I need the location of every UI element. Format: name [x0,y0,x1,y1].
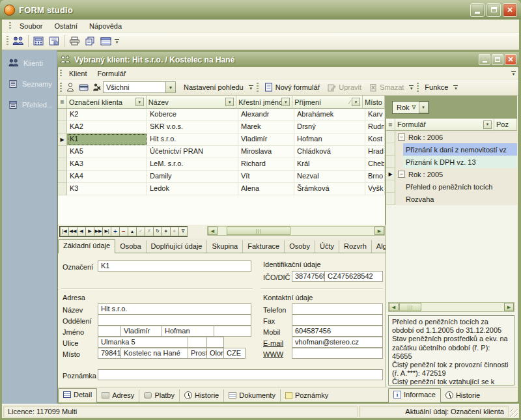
nav-refresh-button[interactable]: ↻ [153,227,162,236]
misto-stat-field[interactable]: CZE [223,348,246,359]
tab-platby[interactable]: Platby [139,389,180,402]
tab-zakladni-udaje[interactable]: Základní údaje [58,239,115,253]
sidebar-item-klienti[interactable]: Klienti [8,59,43,67]
client-menu-overflow-button[interactable]: ▾ [510,68,517,79]
nav-edit-button[interactable]: ▲ [128,227,137,236]
nav-filter-button[interactable]: ∇ [178,227,188,236]
table-row[interactable]: K2 Koberce Alexandr Abrahámek Karv [58,109,385,121]
tab-doplnujici-udaje[interactable]: Doplňující údaje [147,240,208,253]
client-card-button[interactable] [77,80,90,94]
tree-item-row[interactable]: Rozvaha [386,193,517,205]
group-by-rok-chip[interactable]: Rok ∇ ▾ [392,101,429,114]
mobil-field[interactable]: 604587456 [292,326,383,337]
fax-field[interactable] [292,315,383,326]
ico-field[interactable]: 38747565 [292,271,325,282]
jmeno-titul2-field[interactable] [214,326,251,337]
nav-last-button[interactable]: ▶| [102,227,111,236]
filter-dropdown-icon[interactable]: ▾ [483,120,492,129]
tab-osoba[interactable]: Osoba [115,240,146,253]
nav-post-button[interactable]: ✓ [136,227,145,236]
tree-item-row[interactable]: Přiznání k DPH vz. 13 [386,156,517,168]
scroll-left-icon[interactable]: ◀ [389,303,399,311]
scrollbar-thumb[interactable] [399,303,421,311]
clients-button[interactable] [10,34,26,48]
tree-item-row[interactable]: Přehled o peněžních tocích [386,180,517,193]
email-label[interactable]: E-mail [263,339,283,347]
tree-group-row-current[interactable]: ▶ − Rok : 2005 [386,168,517,180]
misto-psc-field[interactable]: 79841 [98,348,121,359]
nav-next-button[interactable]: ▶ [85,227,94,236]
child-maximize-button[interactable] [492,54,503,65]
form-toolbar-overflow-button[interactable]: ▾ [408,81,415,93]
toolbar-overflow-button[interactable]: ▾ [113,35,120,47]
ulice-co-field[interactable] [206,337,224,348]
current-row-marker-icon[interactable]: ▶ [58,133,67,146]
menu-soubor[interactable]: Soubor [14,21,48,31]
menu-napoveda[interactable]: Nápověda [84,21,127,31]
delete-button[interactable]: Smazat [365,81,408,94]
nav-goto-bookmark-button[interactable]: ∗ [170,227,179,236]
toolbar-grip[interactable] [7,36,8,46]
view-toolbar-overflow-button[interactable]: ▾ [247,81,255,93]
tab-adresy[interactable]: Adresy [97,389,139,402]
forms-button[interactable]: 7 [46,34,62,48]
maximize-button[interactable] [486,3,501,17]
tab-detail[interactable]: Detail [58,388,97,402]
copy-button[interactable] [82,34,98,48]
misto-kraj-field[interactable]: Olom [206,348,224,359]
ulice-field[interactable]: Ulmanka 5 [98,337,188,348]
forms-horizontal-scrollbar[interactable]: ◀ ▶ [388,302,514,312]
oznaceni-field[interactable]: K1 [98,260,251,272]
filter-dropdown-icon[interactable]: ▾ [281,98,290,106]
column-header-nazev[interactable]: Název ▾ [147,96,237,109]
ulice-cp-field[interactable] [188,337,207,348]
nav-delete-button[interactable]: − [119,227,128,236]
poznamka-field[interactable] [98,369,383,380]
funkce-overflow-button[interactable]: ▾ [452,81,459,93]
collapse-icon[interactable]: − [398,171,405,178]
misto-okres-field[interactable]: Prost [188,348,207,359]
calculator-button[interactable] [31,34,46,48]
filter-dropdown-icon[interactable]: ▾ [225,98,234,106]
telefon-field[interactable] [292,303,383,315]
collapse-icon[interactable]: − [398,133,405,141]
filter-dropdown-icon[interactable]: ▾ [352,98,360,106]
email-field[interactable]: vhofman@stereo.cz [292,337,383,348]
nav-prior-page-button[interactable]: ◀◀ [68,227,77,236]
funkce-toolbar-grip[interactable] [417,83,419,92]
close-button[interactable]: ✕ [503,3,517,17]
current-row-marker-icon[interactable]: ▶ [386,168,395,180]
scroll-left-icon[interactable]: ◀ [208,227,218,235]
form-toolbar-grip[interactable] [257,83,259,92]
view-settings-button[interactable]: Nastavení pohledu [180,81,247,94]
column-header-poznamka[interactable]: Poz [494,119,517,131]
functions-button[interactable]: Funkce [421,81,452,94]
filter-dropdown-icon[interactable]: ▾ [135,98,144,106]
nav-bookmark-button[interactable]: ∗ [162,227,171,236]
www-label[interactable]: WWW [263,350,283,358]
new-form-button[interactable]: Nový formulář [260,81,324,94]
tab-dokumenty[interactable]: Dokumenty [224,389,281,402]
menubar-grip[interactable] [9,22,11,29]
child-minimize-button[interactable] [479,54,490,65]
combo-dropdown-icon[interactable]: ▾ [165,82,175,92]
menu-ostatni[interactable]: Ostatní [49,21,82,31]
table-row[interactable]: KA5 Účetnictví PRAN Miroslava Chládková … [58,146,385,158]
table-row[interactable]: KA2 SKR v.o.s. Marek Drsný Rudn [58,121,385,133]
tab-skupina[interactable]: Skupina [207,240,243,253]
column-header-prijmeni[interactable]: Příjmení ∕ ▾ [292,96,363,109]
client-toolbar-grip[interactable] [60,83,62,92]
misto-city-field[interactable]: Kostelec na Hané [120,348,188,359]
print-button[interactable] [66,34,82,48]
nav-cancel-button[interactable]: ✗ [145,227,154,236]
tab-fakturace[interactable]: Fakturace [243,240,285,253]
scroll-right-icon[interactable]: ▶ [504,303,514,311]
table-row[interactable]: KA4 Damily Vít Nezval Brno [58,171,385,183]
sidebar-item-seznamy[interactable]: Seznamy [8,79,52,89]
column-header-formular[interactable]: Formulář ▾ [395,119,494,131]
tab-ucty[interactable]: Účty [315,240,339,253]
column-header-misto[interactable]: Místo [363,96,385,109]
tab-rozvrh[interactable]: Rozvrh [339,240,372,253]
nav-first-button[interactable]: |◀ [60,227,69,236]
nav-insert-button[interactable]: + [111,227,120,236]
